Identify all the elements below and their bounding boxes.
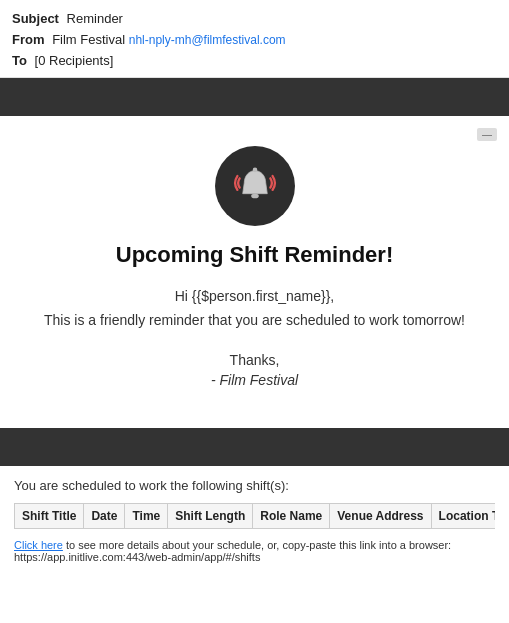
email-signature: - Film Festival bbox=[30, 372, 479, 388]
subject-row: Subject Reminder bbox=[12, 8, 497, 29]
table-header-row: Shift TitleDateTimeShift LengthRole Name… bbox=[15, 504, 496, 529]
from-name: Film Festival bbox=[52, 32, 125, 47]
minimize-icon: — bbox=[482, 129, 492, 140]
to-value: [0 Recipients] bbox=[35, 53, 114, 68]
to-label: To bbox=[12, 53, 27, 68]
dark-bottom-bar bbox=[0, 428, 509, 466]
email-body: — Upcoming bbox=[0, 116, 509, 408]
bell-icon-container bbox=[215, 146, 295, 226]
table-header-shift-title: Shift Title bbox=[15, 504, 84, 529]
svg-point-0 bbox=[252, 168, 257, 173]
table-header-venue-address: Venue Address bbox=[330, 504, 431, 529]
email-message: This is a friendly reminder that you are… bbox=[30, 312, 479, 328]
table-header-shift-length: Shift Length bbox=[168, 504, 253, 529]
dark-top-bar bbox=[0, 78, 509, 116]
header-meta: Subject Reminder From Film Festival nhl-… bbox=[0, 0, 509, 78]
from-row: From Film Festival nhl-nply-mh@filmfesti… bbox=[12, 29, 497, 50]
subject-value: Reminder bbox=[67, 11, 123, 26]
table-header-role-name: Role Name bbox=[253, 504, 330, 529]
table-header-date: Date bbox=[84, 504, 125, 529]
bell-icon bbox=[232, 163, 278, 209]
email-thanks: Thanks, bbox=[30, 352, 479, 368]
table-header-time: Time bbox=[125, 504, 168, 529]
click-here-text: Click here to see more details about you… bbox=[14, 539, 495, 563]
subject-label: Subject bbox=[12, 11, 59, 26]
click-here-after-text: to see more details about your schedule,… bbox=[14, 539, 451, 563]
table-container: Shift TitleDateTimeShift LengthRole Name… bbox=[14, 503, 495, 529]
minimize-button[interactable]: — bbox=[477, 128, 497, 141]
email-wrapper: Subject Reminder From Film Festival nhl-… bbox=[0, 0, 509, 623]
from-email: nhl-nply-mh@filmfestival.com bbox=[129, 33, 286, 47]
footer-text: You are scheduled to work the following … bbox=[14, 478, 495, 493]
email-greeting: Hi {{$person.first_name}}, bbox=[30, 288, 479, 304]
to-row: To [0 Recipients] bbox=[12, 50, 497, 71]
footer-section: You are scheduled to work the following … bbox=[0, 466, 509, 571]
shift-table: Shift TitleDateTimeShift LengthRole Name… bbox=[14, 503, 495, 529]
from-label: From bbox=[12, 32, 45, 47]
click-here-link[interactable]: Click here bbox=[14, 539, 63, 551]
table-header-location-title: Location Title bbox=[431, 504, 495, 529]
bell-area: — bbox=[30, 146, 479, 226]
email-title: Upcoming Shift Reminder! bbox=[30, 242, 479, 268]
svg-point-1 bbox=[251, 194, 259, 199]
